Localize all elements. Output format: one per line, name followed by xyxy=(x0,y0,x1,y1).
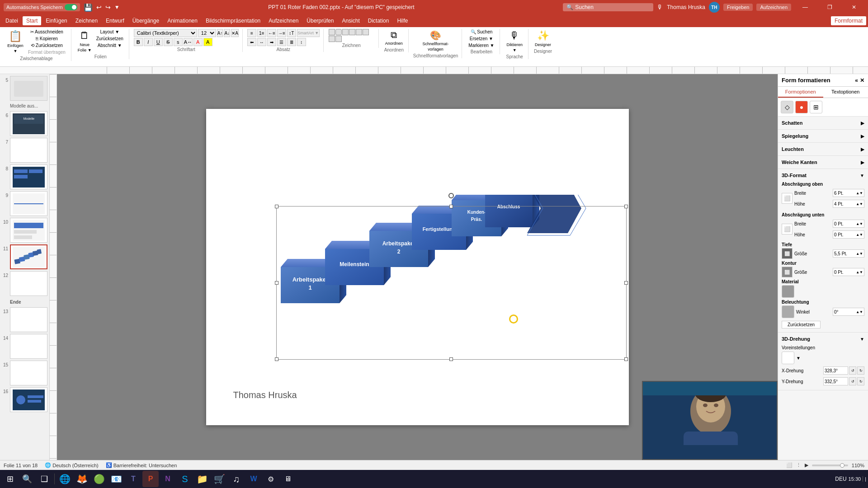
taskbar-firefox[interactable]: 🦊 xyxy=(74,471,90,487)
autosave-switch[interactable] xyxy=(65,4,77,10)
record-btn[interactable]: Aufzeichnen xyxy=(756,4,791,11)
rotate-handle[interactable] xyxy=(448,193,454,198)
minimize-button[interactable]: — xyxy=(795,0,816,14)
slide-thumb-7[interactable]: 7 xyxy=(2,138,47,163)
beleuchtung-winkel[interactable]: 0° ▲▼ xyxy=(833,308,864,316)
btn-schnellformat[interactable]: 🎨 Schnellformat- vorlagen xyxy=(421,29,451,52)
taskbar-word[interactable]: W xyxy=(245,471,262,487)
shape-arrow[interactable] xyxy=(349,29,355,35)
save-icon[interactable]: 💾 xyxy=(84,3,93,12)
btn-char-spacing[interactable]: A↔ xyxy=(184,38,193,46)
zoom-slider[interactable] xyxy=(812,465,848,466)
btn-markieren[interactable]: Markieren ▼ xyxy=(467,42,496,48)
autosave-toggle[interactable]: Automatisches Speichern xyxy=(4,3,80,11)
view-normal-icon[interactable]: ⬜ xyxy=(786,462,793,468)
view-slide-show-icon[interactable]: ▶ xyxy=(805,462,808,468)
schatten-header[interactable]: Schatten ▶ xyxy=(782,118,864,127)
btn-einfuegen[interactable]: 📋 Einfügen ▼ xyxy=(5,29,25,54)
shape-more3[interactable] xyxy=(335,36,342,42)
handle-tm[interactable] xyxy=(449,205,453,208)
btn-layout[interactable]: Layout ▼ xyxy=(94,29,125,35)
handle-mr[interactable] xyxy=(624,281,628,285)
btn-anordnen[interactable]: ⧉ Anordnen xyxy=(383,29,405,47)
slide-thumb-5[interactable]: 5 xyxy=(2,76,47,101)
redo-icon[interactable]: ↪ xyxy=(105,4,111,11)
menu-hilfe[interactable]: Hilfe xyxy=(393,16,411,25)
btn-zuruecksetzen2[interactable]: Zurücksetzen xyxy=(94,36,125,42)
btn-shadow[interactable]: s xyxy=(174,38,183,46)
taskbar-explorer[interactable]: 📁 xyxy=(194,471,210,487)
icon-form[interactable]: ◇ xyxy=(781,101,793,113)
menu-datei[interactable]: Datei xyxy=(2,16,22,25)
btn-line-spacing[interactable]: ↕ xyxy=(297,38,306,46)
taskbar-store[interactable]: 🛒 xyxy=(211,471,227,487)
menu-animationen[interactable]: Animationen xyxy=(164,16,201,25)
slide-thumb-13[interactable]: 13 xyxy=(2,307,47,332)
handle-tr[interactable] xyxy=(624,205,628,208)
abschr-oben-hoehe[interactable]: 4 Pt. ▲▼ xyxy=(833,200,864,208)
taskbar-taskview[interactable]: ❑ xyxy=(36,471,52,487)
btn-highlight[interactable]: A xyxy=(203,38,212,46)
taskbar-music[interactable]: ♫ xyxy=(228,471,245,487)
font-name-select[interactable]: Calibri (Textkörper) xyxy=(134,29,197,37)
icon-fill[interactable]: ● xyxy=(795,101,808,113)
3d-drehung-header[interactable]: 3D-Drehung ▼ xyxy=(782,334,864,343)
menu-einfuegen[interactable]: Einfügen xyxy=(42,16,71,25)
panel-close-icon[interactable]: ✕ xyxy=(860,77,864,84)
canvas-area[interactable]: Thomas Hruska xyxy=(57,74,778,460)
x-drehung-cw[interactable]: ↻ xyxy=(857,366,864,375)
menu-aufzeichnen[interactable]: Aufzeichnen xyxy=(265,16,302,25)
search-box[interactable]: 🔍 Suchen xyxy=(563,3,653,11)
taskbar-search[interactable]: 🔍 xyxy=(19,471,35,487)
tab-textoptionen[interactable]: Textoptionen xyxy=(823,87,868,98)
btn-zuruecksetzen[interactable]: ⟲ Zurücksetzen xyxy=(26,42,67,48)
btn-bold[interactable]: B xyxy=(134,38,143,46)
shape-tri[interactable] xyxy=(356,29,362,35)
btn-text-direction[interactable]: ↕T xyxy=(287,29,296,37)
more-icon[interactable]: ▼ xyxy=(114,4,120,10)
taskbar-start[interactable]: ⊞ xyxy=(2,471,18,487)
slide-thumb-9[interactable]: 9 xyxy=(2,191,47,216)
slide-thumb-6[interactable]: 6 Modelle xyxy=(2,111,47,136)
taskbar-teams[interactable]: T xyxy=(125,471,142,487)
y-drehung-ccw[interactable]: ↺ xyxy=(849,377,856,385)
shape-line[interactable] xyxy=(342,29,349,35)
btn-ausschneiden[interactable]: ✂ Ausschneiden xyxy=(26,29,67,35)
menu-ueberpruefen[interactable]: Überprüfen xyxy=(303,16,337,25)
btn-list-bullets[interactable]: ≡ xyxy=(247,29,256,37)
close-button[interactable]: ✕ xyxy=(844,0,864,14)
btn-kopieren[interactable]: ⎘ Kopieren xyxy=(26,36,67,42)
panel-collapse-icon[interactable]: « xyxy=(855,77,858,84)
voreinstellungen-btn[interactable] xyxy=(782,352,794,364)
btn-align-center[interactable]: ↔ xyxy=(257,38,266,46)
abschr-oben-type-btn[interactable]: ⬜ xyxy=(782,193,793,204)
taskbar-outlook[interactable]: 📧 xyxy=(108,471,124,487)
slide-thumb-10[interactable]: 10 xyxy=(2,218,47,243)
shape-rect[interactable] xyxy=(329,29,335,35)
abschr-unten-breite[interactable]: 0 Pt. ▲▼ xyxy=(833,220,864,228)
btn-italic[interactable]: I xyxy=(144,38,153,46)
shape-round[interactable] xyxy=(335,29,342,35)
taskbar-skype[interactable]: S xyxy=(177,471,193,487)
slide-thumb-12[interactable]: 12 xyxy=(2,271,47,296)
taskbar-powerpoint[interactable]: P xyxy=(142,471,159,487)
share-btn[interactable]: Freigeben xyxy=(723,4,753,11)
x-drehung-input[interactable]: 328,3° xyxy=(823,366,848,375)
tiefe-groesse[interactable]: 5,5 Pt. ▲▼ xyxy=(833,249,864,258)
handle-bm[interactable] xyxy=(449,357,453,361)
menu-start[interactable]: Start xyxy=(23,16,41,25)
menu-formformat[interactable]: Formformat xyxy=(831,16,866,25)
icon-grid[interactable]: ⊞ xyxy=(810,101,822,113)
taskbar-edge[interactable]: 🌐 xyxy=(57,471,73,487)
handle-tl[interactable] xyxy=(275,205,278,208)
leuchten-header[interactable]: Leuchten ▶ xyxy=(782,145,864,154)
menu-zeichnen[interactable]: Zeichnen xyxy=(72,16,101,25)
slide-thumb-16[interactable]: 16 xyxy=(2,387,47,412)
btn-smartart[interactable]: SmartArt ▼ xyxy=(297,29,320,37)
btn-align-right[interactable]: ➡ xyxy=(267,38,276,46)
spiegelung-header[interactable]: Spiegelung ▶ xyxy=(782,131,864,141)
btn-designer[interactable]: ✨ Designer xyxy=(533,29,553,48)
btn-indent-less[interactable]: ←≡ xyxy=(267,29,276,37)
shape-more1[interactable] xyxy=(363,29,369,35)
btn-list-numbers[interactable]: 1≡ xyxy=(257,29,266,37)
